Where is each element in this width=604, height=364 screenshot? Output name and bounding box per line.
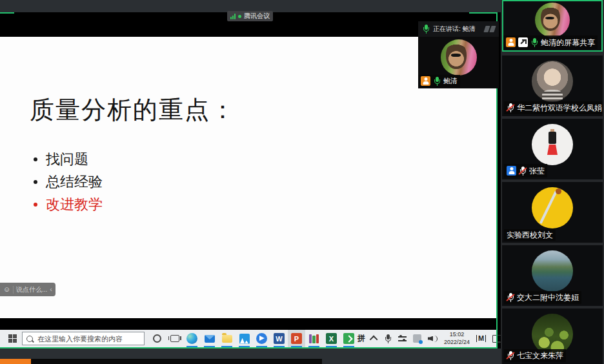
ime-indicator[interactable]: 拼 (357, 333, 365, 344)
taskbar-app-edge[interactable] (183, 330, 201, 347)
participant-name: 鲍清的屏幕共享 (541, 39, 595, 46)
bullet-text: 找问题 (46, 150, 88, 169)
participant-label: 交大二附中沈姜姮 (504, 291, 581, 304)
file-explorer-icon (222, 335, 232, 343)
bullet-dot-icon (34, 203, 37, 207)
taskbar-app-foxit[interactable] (340, 330, 357, 347)
taskbar-app-photos[interactable] (236, 330, 253, 347)
floating-video-tile[interactable]: 鲍清 (418, 37, 499, 88)
participant-name: 张莹 (529, 167, 545, 175)
cortana-button[interactable] (148, 330, 166, 347)
mic-on-icon (422, 25, 430, 34)
volume-icon[interactable] (428, 335, 438, 343)
participants-sidebar: 鲍清的屏幕共享 华二紫竹双语学校么凤娟 张莹 实验西校刘文 (501, 0, 604, 364)
taskbar-app-excel[interactable]: X (323, 330, 340, 347)
chat-quick-input[interactable]: ☺ 说点什么... ‹ (0, 283, 55, 296)
divider (13, 286, 14, 294)
edge-icon (186, 333, 197, 344)
taskbar: W P X 拼 15:02 2022/2/24 M (0, 330, 498, 347)
participant-name: 七宝文来朱萍 (517, 352, 563, 359)
word-icon: W (274, 333, 285, 344)
slide-title: 质量分析的重点： (30, 94, 236, 126)
bottom-black-bar (31, 359, 322, 364)
participant-label: 实验西校刘文 (504, 229, 556, 241)
share-border (0, 347, 498, 349)
collapse-chat-icon[interactable]: ‹ (50, 286, 52, 293)
meeting-screen: 腾讯会议 质量分析的重点： 找问题 总结经验 改进教学 ☺ 说点什么... ‹ (0, 0, 604, 364)
search-input[interactable] (36, 334, 140, 343)
clock-time: 15:02 (444, 331, 470, 339)
cortana-icon (153, 334, 161, 343)
speaking-indicator-text: 正在讲话: 鲍清 (433, 25, 476, 34)
foxit-icon (343, 333, 354, 344)
participant-tile[interactable]: 七宝文来朱萍 (502, 308, 603, 364)
participant-name: 鲍清 (443, 77, 458, 85)
emoji-icon[interactable]: ☺ (3, 286, 10, 293)
winrar-icon (309, 334, 319, 343)
participant-name: 交大二附中沈姜姮 (517, 294, 579, 301)
bullet-dot-icon (34, 157, 37, 161)
hidden-icons-chevron[interactable] (370, 336, 378, 344)
clock-date: 2022/2/24 (444, 339, 470, 347)
mic-muted-icon (519, 167, 527, 176)
mic-muted-icon (507, 293, 514, 302)
blue-pointer-app-icon (256, 333, 267, 344)
taskbar-app-mail[interactable] (201, 330, 218, 347)
host-badge-icon (421, 76, 430, 86)
slide-bullet: 找问题 (34, 148, 103, 170)
taskbar-search[interactable] (22, 332, 145, 345)
participant-tile-sharing[interactable]: 鲍清的屏幕共享 (502, 0, 603, 52)
participant-tile[interactable]: 交大二附中沈姜姮 (502, 245, 603, 306)
participant-tile[interactable]: 张莹 (502, 119, 603, 179)
system-tray: 拼 15:02 2022/2/24 M (357, 331, 510, 346)
tray-settings-icon[interactable] (398, 335, 407, 342)
app-badge-label: 腾讯会议 (244, 12, 270, 21)
taskbar-app-winrar[interactable] (305, 330, 323, 347)
participant-name: 实验西校刘文 (507, 231, 553, 239)
member-badge-icon (507, 166, 516, 176)
taskbar-app-word[interactable]: W (270, 330, 288, 347)
slide-bullet: 改进教学 (34, 193, 103, 216)
bullet-dot-icon (34, 180, 37, 184)
floating-speaker-panel[interactable]: 正在讲话: 鲍清 鲍清 (418, 21, 499, 88)
mic-muted-icon (507, 351, 514, 360)
taskbar-clock[interactable]: 15:02 2022/2/24 (444, 331, 470, 346)
taskbar-app-explorer[interactable] (218, 330, 236, 347)
signal-icon (230, 14, 236, 19)
share-border (469, 12, 498, 14)
task-view-button[interactable] (166, 330, 183, 347)
participant-tile[interactable]: 实验西校刘文 (502, 182, 603, 243)
participant-tile[interactable]: 华二紫竹双语学校么凤娟 (502, 56, 603, 116)
expand-handle-icon[interactable] (485, 26, 495, 32)
search-icon (26, 336, 33, 342)
start-button[interactable] (4, 330, 21, 347)
speaking-indicator: 正在讲话: 鲍清 (418, 21, 499, 37)
status-dot-icon (238, 15, 241, 18)
taskbar-app-pointer[interactable] (253, 330, 270, 347)
tray-m-icon[interactable]: M (476, 335, 486, 342)
chat-placeholder-text[interactable]: 说点什么... (16, 285, 47, 294)
slide-bullet: 总结经验 (34, 170, 103, 193)
participant-label: 七宝文来朱萍 (504, 349, 566, 362)
avatar (532, 250, 573, 292)
mic-on-icon (530, 38, 538, 47)
windows-logo-icon (8, 334, 17, 343)
avatar (532, 124, 573, 165)
screen-share-icon (518, 37, 528, 47)
share-border (0, 12, 14, 14)
avatar (535, 3, 570, 37)
bullet-text: 总结经验 (46, 172, 103, 192)
meeting-app-badge[interactable]: 腾讯会议 (227, 11, 273, 21)
avatar (532, 61, 573, 102)
mail-icon (205, 335, 215, 343)
avatar (532, 187, 573, 228)
tray-mic-icon[interactable] (384, 334, 392, 343)
tray-app-icon[interactable] (413, 334, 421, 343)
taskbar-app-powerpoint[interactable]: P (288, 330, 305, 347)
floating-tile-label: 鲍清 (418, 75, 460, 87)
participant-label: 华二紫竹双语学校么凤娟 (504, 101, 603, 114)
powerpoint-icon: P (291, 333, 302, 344)
host-badge-icon (506, 37, 516, 47)
bullet-text: 改进教学 (46, 195, 103, 214)
participant-name: 华二紫竹双语学校么凤娟 (517, 104, 602, 112)
